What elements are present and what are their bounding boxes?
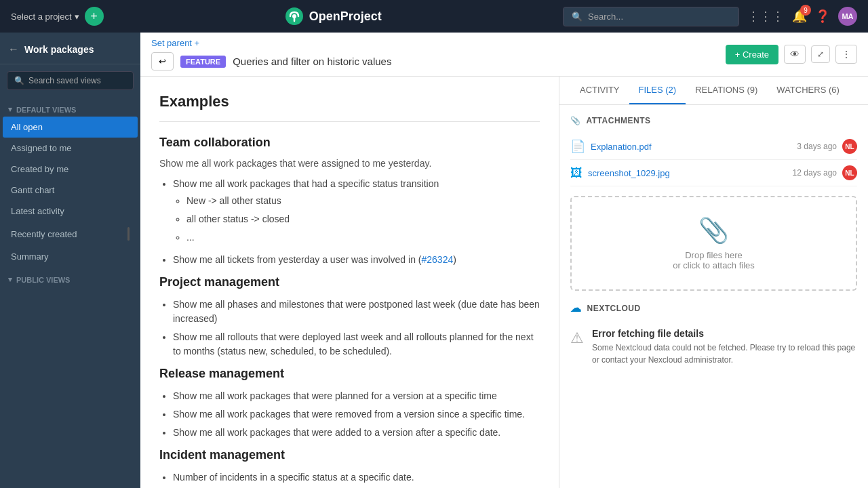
- attachment-left: 🖼 screenshot_1029.jpg: [570, 166, 670, 180]
- team-intro: Show me all work packages that were assi…: [159, 158, 540, 169]
- list-item: Show me all rollouts that were deployed …: [173, 330, 540, 359]
- nextcloud-section: ☁ NEXTCLOUD ⚠ Error fetching file detail…: [570, 302, 857, 371]
- attachment-name-img[interactable]: screenshot_1029.jpg: [588, 168, 670, 178]
- set-parent-link[interactable]: Set parent +: [151, 38, 391, 48]
- tab-files-label: FILES (2): [639, 85, 677, 95]
- chevron-down-icon: ▾: [8, 105, 12, 114]
- grid-menu-button[interactable]: ⋮⋮⋮: [747, 9, 784, 24]
- content-area: Set parent + ↩ FEATURE Queries and filte…: [140, 33, 868, 488]
- attachment-name-pdf[interactable]: Explanation.pdf: [591, 142, 652, 152]
- sidebar-item-gantt-chart[interactable]: Gantt chart: [3, 180, 138, 201]
- navbar-left: Select a project ▾ +: [11, 7, 104, 26]
- fullscreen-icon: ⤢: [817, 49, 824, 59]
- sidebar-item-label: Created by me: [11, 164, 68, 174]
- create-button[interactable]: + Create: [726, 45, 778, 64]
- list-item: Show me all work packages that were adde…: [173, 426, 540, 440]
- chevron-down-icon: ▾: [75, 12, 79, 22]
- default-views-section-label[interactable]: ▾ DEFAULT VIEWS: [0, 97, 140, 117]
- public-views-section-label[interactable]: ▾ PUBLIC VIEWS: [0, 267, 140, 287]
- user-avatar[interactable]: MA: [838, 7, 857, 26]
- add-project-button[interactable]: +: [85, 7, 104, 26]
- work-item-title: Queries and filter on historic values: [233, 56, 391, 67]
- feature-badge: FEATURE: [180, 56, 226, 68]
- list-item: all other status -> closed: [186, 212, 540, 226]
- left-panel: Examples Team collaboration Show me all …: [140, 77, 559, 488]
- openproject-logo-icon: [285, 7, 304, 26]
- release-bullets: Show me all work packages that were plan…: [159, 389, 540, 440]
- attachment-meta-img: 12 days ago NL: [793, 165, 857, 180]
- sidebar-header: ← Work packages: [0, 33, 140, 64]
- sidebar-item-created-by-me[interactable]: Created by me: [3, 159, 138, 180]
- sidebar-item-label: Assigned to me: [11, 143, 72, 153]
- search-saved-views-input[interactable]: 🔍 Search saved views: [7, 71, 134, 90]
- nextcloud-header: ☁ NEXTCLOUD: [570, 302, 857, 314]
- list-item: New -> all other status: [186, 194, 540, 208]
- logo-text: OpenProject: [309, 9, 382, 24]
- pdf-icon: 📄: [570, 139, 585, 154]
- ticket-link[interactable]: #26324: [421, 254, 453, 265]
- watch-button[interactable]: 👁: [784, 45, 806, 64]
- attachments-section: 📎 ATTACHMENTS: [570, 116, 857, 125]
- list-item: ...: [186, 230, 540, 245]
- header-left: Set parent + ↩ FEATURE Queries and filte…: [151, 38, 391, 70]
- error-icon: ⚠: [570, 329, 584, 347]
- top-navbar: Select a project ▾ + OpenProject 🔍 Searc…: [0, 0, 868, 33]
- sidebar-item-summary[interactable]: Summary: [3, 246, 138, 267]
- more-icon: ⋮: [842, 49, 851, 60]
- sidebar-item-recently-created[interactable]: Recently created: [3, 222, 138, 246]
- sidebar-item-assigned-to-me[interactable]: Assigned to me: [3, 138, 138, 159]
- paperclip-icon: 📎: [570, 116, 581, 125]
- drop-title: Drop files here: [585, 250, 842, 260]
- paperclip-drop-icon: 📎: [585, 216, 842, 245]
- incident-bullets: Number of incidents in a specific status…: [159, 470, 540, 488]
- list-item: Show me all tickets from yesterday a use…: [173, 253, 540, 267]
- grid-icon: ⋮⋮⋮: [747, 9, 784, 24]
- tab-files[interactable]: FILES (2): [629, 77, 686, 104]
- project-select[interactable]: Select a project ▾: [11, 12, 79, 22]
- attachment-user-pdf: NL: [842, 139, 857, 154]
- attachment-item-pdf: 📄 Explanation.pdf 3 days ago NL: [570, 134, 857, 160]
- section-heading-project: Project management: [159, 275, 540, 289]
- main-layout: ← Work packages 🔍 Search saved views ▾ D…: [0, 33, 868, 488]
- notifications-button[interactable]: 🔔 9: [792, 9, 807, 24]
- tab-relations[interactable]: RELATIONS (9): [686, 77, 767, 104]
- search-icon: 🔍: [572, 12, 583, 22]
- public-views-label: PUBLIC VIEWS: [16, 276, 70, 284]
- fullscreen-button[interactable]: ⤢: [811, 45, 830, 63]
- navbar-center: OpenProject: [112, 7, 555, 26]
- list-item: Show me all work packages that had a spe…: [173, 177, 540, 245]
- breadcrumb-row: ↩ FEATURE Queries and filter on historic…: [151, 52, 391, 70]
- global-search-bar[interactable]: 🔍 Search...: [563, 7, 739, 26]
- more-button[interactable]: ⋮: [835, 45, 857, 64]
- project-select-label: Select a project: [11, 12, 72, 22]
- section-heading-team: Team collaboration: [159, 136, 540, 150]
- chevron-down-icon: ▾: [8, 275, 12, 284]
- search-placeholder: Search...: [588, 12, 623, 22]
- section-heading-release: Release management: [159, 367, 540, 381]
- right-panel: ACTIVITY FILES (2) RELATIONS (9) WATCHER…: [559, 77, 868, 488]
- sidebar-back-icon[interactable]: ←: [8, 43, 19, 56]
- divider: [159, 121, 540, 122]
- help-button[interactable]: ❓: [815, 9, 830, 24]
- content-header: Set parent + ↩ FEATURE Queries and filte…: [140, 33, 868, 77]
- list-item: Show me all work packages that were remo…: [173, 407, 540, 422]
- sidebar-item-latest-activity[interactable]: Latest activity: [3, 201, 138, 222]
- error-box: ⚠ Error fetching file details Some Nextc…: [570, 323, 857, 371]
- navbar-right: 🔍 Search... ⋮⋮⋮ 🔔 9 ❓ MA: [563, 7, 857, 26]
- search-saved-icon: 🔍: [14, 76, 24, 85]
- sidebar-item-all-open[interactable]: All open: [3, 117, 138, 138]
- tabs: ACTIVITY FILES (2) RELATIONS (9) WATCHER…: [559, 77, 868, 105]
- back-button[interactable]: ↩: [151, 52, 174, 70]
- image-icon: 🖼: [570, 166, 583, 180]
- file-drop-zone[interactable]: 📎 Drop files here or click to attach fil…: [570, 196, 857, 291]
- header-actions: + Create 👁 ⤢ ⋮: [726, 45, 857, 64]
- tab-activity[interactable]: ACTIVITY: [570, 77, 629, 104]
- list-item: Show me all work packages that were plan…: [173, 389, 540, 403]
- sidebar-item-label: Latest activity: [11, 206, 64, 216]
- tab-activity-label: ACTIVITY: [580, 85, 620, 95]
- notification-badge: 9: [800, 5, 811, 16]
- attachment-left: 📄 Explanation.pdf: [570, 139, 652, 154]
- tab-watchers[interactable]: WATCHERS (6): [767, 77, 848, 104]
- logo: OpenProject: [285, 7, 382, 26]
- nextcloud-label: NEXTCLOUD: [587, 304, 641, 313]
